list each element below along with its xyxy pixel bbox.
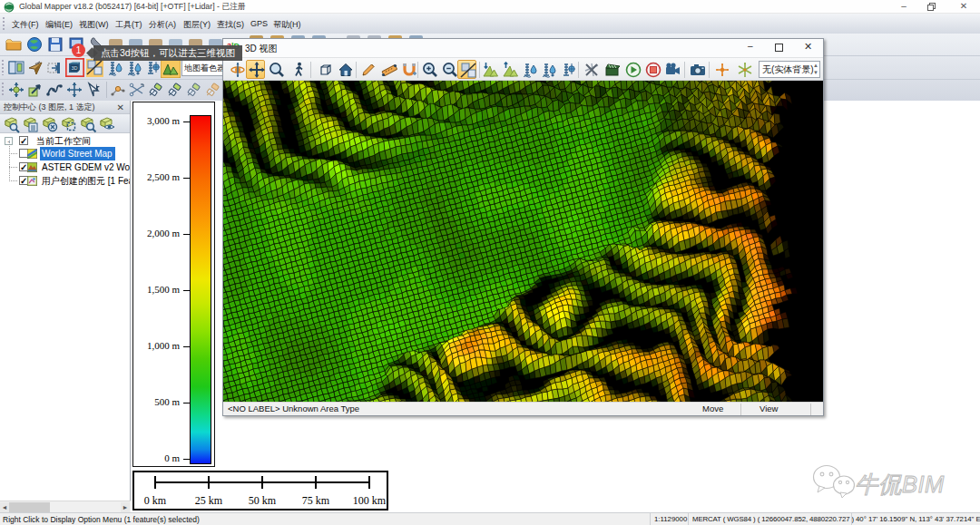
svg-text:3D: 3D	[71, 65, 77, 71]
svg-text:牛侃BIM: 牛侃BIM	[855, 472, 945, 497]
